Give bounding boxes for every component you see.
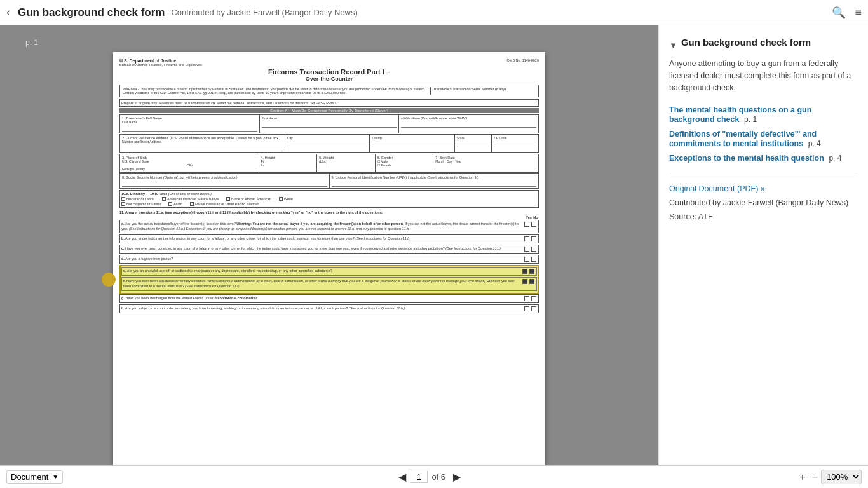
question-e-text: e. Are you an unlawful user of, or addic…	[123, 269, 521, 274]
link-mentally-defective[interactable]: Definitions of "mentally defective"' and…	[669, 130, 817, 148]
question-d-text: d. Are you a fugitive from justice?	[121, 257, 523, 262]
gender-cell: 6. Gender ☐ Male ☐ Female	[376, 154, 434, 172]
document-subtitle: Contributed by Jackie Farwell (Bangor Da…	[171, 8, 357, 17]
ethnicity-header: 10.a. Ethnicity 10.b. Race (Check one or…	[121, 192, 537, 196]
page-label: p. 1	[25, 38, 38, 47]
link-mental-health[interactable]: The mental health questions on a gun bac…	[669, 105, 811, 124]
original-doc-link[interactable]: Original Document (PDF) »	[669, 184, 765, 193]
bureau-name: Bureau of Alcohol, Tobacco, Firearms and…	[119, 63, 202, 67]
question-a-text: a. Are you the actual transferee/buyer o…	[121, 222, 523, 231]
menu-icon[interactable]: ≡	[855, 6, 862, 19]
question-b-row: b. Are you under indictment or informati…	[119, 234, 539, 243]
topbar: ‹ Gun background check form Contributed …	[0, 0, 868, 25]
questions-section: 11. Answer questions 11.a. (see exceptio…	[119, 210, 539, 313]
warning-box: WARNING: You may not receive a firearm i…	[119, 85, 539, 97]
document-title: Gun background check form	[18, 6, 165, 19]
question-h-row: h. Are you subject to a court order rest…	[119, 304, 539, 313]
question-b-text: b. Are you under indictment or informati…	[121, 236, 523, 241]
birth-details-row: 3. Place of Birth U.S. City and State -O…	[119, 154, 539, 173]
doc-type-label: Document	[11, 472, 48, 482]
form-title: Firearms Transaction Record Part I –	[119, 68, 539, 76]
section-a-header: Section A – Must Be Completed Personally…	[119, 108, 539, 113]
address-row: 2. Current Residence Address (U.S. Posta…	[119, 134, 539, 153]
birthdate-cell: 7. Birth Date MonthDayYear	[433, 154, 538, 172]
ssn-cell: 8. Social Security Number (Optional, but…	[120, 174, 330, 188]
omg-number: OMB No. 1140-0020	[507, 58, 539, 62]
height-cell: 4. Height Ft. In.	[259, 154, 318, 172]
zoom-out-button[interactable]: −	[809, 471, 821, 483]
state-cell: State	[455, 135, 492, 152]
back-button[interactable]: ‹	[6, 6, 10, 19]
question-f-text: f. Have you ever been adjudicated mental…	[123, 279, 521, 288]
sidebar-link-3[interactable]: Exceptions to the mental health question…	[669, 153, 858, 163]
question-g-row: g. Have you been discharged from the Arm…	[119, 294, 539, 303]
ethnicity-row-2: Not Hispanic or Latino Asian Native Hawa…	[121, 202, 537, 206]
question-c-row: c. Have you ever been convicted in any c…	[119, 245, 539, 254]
form-subtitle: Over-the-Counter	[119, 76, 539, 82]
next-page-button[interactable]: ▶	[449, 471, 465, 483]
search-icon[interactable]: 🔍	[832, 6, 846, 20]
ssn-row: 8. Social Security Number (Optional, but…	[119, 173, 539, 189]
upin-cell: 9. Unique Personal Identification Number…	[330, 174, 539, 188]
weight-cell: 5. Weight (Lbs.)	[317, 154, 376, 172]
agency-name: U.S. Department of Justice	[119, 58, 202, 63]
sidebar-description: Anyone attempting to buy a gun from a fe…	[669, 58, 858, 93]
prev-page-button[interactable]: ◀	[395, 471, 410, 483]
sidebar-link-2[interactable]: Definitions of "mentally defective"' and…	[669, 129, 858, 148]
question-d-row: d. Are you a fugitive from justice?	[119, 255, 539, 264]
doc-type-selector[interactable]: Document ▼	[6, 470, 63, 484]
document-viewer[interactable]: p. 1 U.S. Department of Justice Bureau o…	[0, 25, 658, 465]
doc-type-arrow: ▼	[52, 473, 58, 480]
middle-name-cell: Middle Name (If no middle name, state "N…	[399, 115, 538, 133]
last-name-cell: 1. Transferee's Full Name Last Name	[120, 115, 260, 133]
sidebar-title: Gun background check form	[681, 37, 811, 48]
sidebar: ▼ Gun background check form Anyone attem…	[658, 25, 868, 465]
question-g-text: g. Have you been discharged from the Arm…	[121, 296, 523, 301]
total-pages-label: of 6	[431, 472, 445, 482]
question-a-row: a. Are you the actual transferee/buyer o…	[119, 220, 539, 233]
prepare-note: Prepare in original only. All entries mu…	[119, 99, 539, 107]
q11-header: 11. Answer questions 11.a. (see exceptio…	[119, 210, 539, 214]
sidebar-link-1[interactable]: The mental health questions on a gun bac…	[669, 105, 858, 124]
name-row: 1. Transferee's Full Name Last Name Firs…	[119, 114, 539, 133]
source: Source: ATF	[669, 212, 858, 221]
birth-place-cell: 3. Place of Birth U.S. City and State -O…	[120, 154, 259, 172]
address-cell: 2. Current Residence Address (U.S. Posta…	[120, 135, 285, 152]
doc-content: U.S. Department of Justice Bureau of Alc…	[113, 52, 545, 465]
bottombar: Document ▼ ◀ of 6 ▶ + − 100% 75% 125% 15…	[0, 465, 868, 488]
zoom-in-button[interactable]: +	[796, 471, 808, 483]
highlight-indicator	[102, 273, 116, 287]
document-page: U.S. Department of Justice Bureau of Alc…	[113, 52, 545, 465]
contributed-by: Contributed by Jackie Farwell (Bangor Da…	[669, 198, 858, 207]
link-1-page: p. 1	[744, 115, 757, 124]
first-name-cell: First Name	[260, 115, 400, 133]
link-3-page: p. 4	[829, 154, 841, 163]
question-c-text: c. Have you ever been convicted in any c…	[121, 247, 523, 252]
zip-cell: ZIP Code	[492, 135, 538, 152]
main-content: p. 1 U.S. Department of Justice Bureau o…	[0, 25, 868, 465]
question-f-row: f. Have you ever been adjudicated mental…	[121, 277, 537, 290]
city-cell: City	[285, 135, 370, 152]
question-e-row: e. Are you an unlawful user of, or addic…	[121, 267, 537, 276]
ethnicity-section: 10.a. Ethnicity 10.b. Race (Check one or…	[119, 190, 539, 208]
highlighted-questions: e. Are you an unlawful user of, or addic…	[119, 265, 539, 294]
zoom-level-select[interactable]: 100% 75% 125% 150%	[821, 470, 862, 484]
serial-number-box: Transferor's Transaction Serial Number (…	[430, 87, 536, 95]
ethnicity-row: Hispanic or Latino American Indian or Al…	[121, 197, 537, 201]
link-2-page: p. 4	[808, 139, 821, 148]
page-number-input[interactable]	[410, 471, 428, 483]
link-exceptions[interactable]: Exceptions to the mental health question	[669, 154, 824, 163]
warning-text: WARNING: You may not receive a firearm i…	[123, 87, 430, 95]
county-cell: County	[370, 135, 454, 152]
question-h-text: h. Are you subject to a court order rest…	[121, 306, 523, 311]
